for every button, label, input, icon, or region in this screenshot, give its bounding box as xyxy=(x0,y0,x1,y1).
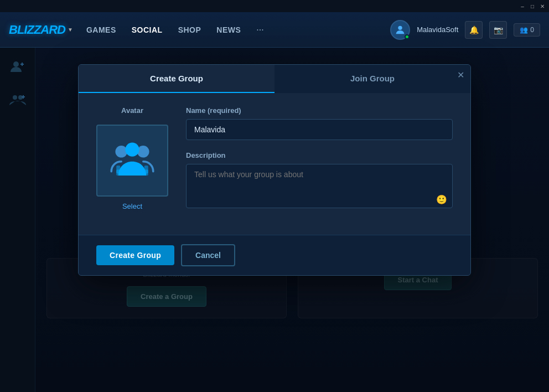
modal-tabs: Create Group Join Group xyxy=(79,65,470,93)
user-avatar-wrap[interactable] xyxy=(390,20,410,40)
avatar-label: Avatar xyxy=(121,106,143,115)
name-label: Name (required) xyxy=(186,106,453,115)
username-label[interactable]: MalavidaSoft xyxy=(417,25,458,34)
friends-icon: 👥 xyxy=(520,26,528,34)
minimize-button[interactable]: – xyxy=(518,2,527,11)
cancel-button[interactable]: Cancel xyxy=(181,244,235,266)
avatar-select-link[interactable]: Select xyxy=(122,202,142,210)
emoji-button[interactable]: 🙂 xyxy=(436,194,447,205)
description-field: Description 🙂 xyxy=(186,151,453,210)
svg-rect-12 xyxy=(116,166,120,176)
svg-rect-11 xyxy=(116,169,148,173)
svg-rect-13 xyxy=(144,166,148,176)
modal-body: Avatar xyxy=(79,93,470,235)
svg-point-10 xyxy=(125,143,139,157)
friends-button[interactable]: 👥 0 xyxy=(514,23,540,37)
camera-icon: 📷 xyxy=(494,25,503,34)
maximize-button[interactable]: □ xyxy=(528,2,537,11)
svg-point-8 xyxy=(115,146,127,158)
main-content: Blizzard friends. Create a Group Start a… xyxy=(0,48,549,392)
textarea-wrap: 🙂 xyxy=(186,164,453,210)
description-input[interactable] xyxy=(186,164,453,208)
notifications-button[interactable]: 🔔 xyxy=(465,21,483,39)
tab-create-group[interactable]: Create Group xyxy=(79,65,274,93)
logo[interactable]: BLIZZARD ▼ xyxy=(9,23,73,37)
logo-text: BLIZZARD xyxy=(9,23,65,37)
friends-count: 0 xyxy=(530,26,534,34)
modal-close-button[interactable]: ✕ xyxy=(455,69,466,80)
name-input[interactable] xyxy=(186,119,453,140)
online-status-indicator xyxy=(405,34,410,39)
nav-more-button[interactable]: ··· xyxy=(256,25,263,35)
nav-item-social[interactable]: SOCIAL xyxy=(132,25,163,34)
bell-icon: 🔔 xyxy=(469,25,479,34)
modal-footer: Create Group Cancel xyxy=(79,235,470,275)
window-close-button[interactable]: ✕ xyxy=(538,2,547,11)
create-group-modal: ✕ Create Group Join Group Avatar xyxy=(78,64,471,276)
form-fields: Name (required) Description 🙂 xyxy=(186,106,453,221)
name-field: Name (required) xyxy=(186,106,453,140)
modal-overlay: ✕ Create Group Join Group Avatar xyxy=(0,48,549,392)
description-label: Description xyxy=(186,151,453,159)
avatar-section: Avatar xyxy=(96,106,168,221)
title-bar: – □ ✕ xyxy=(0,0,549,12)
top-navigation: BLIZZARD ▼ GAMES SOCIAL SHOP NEWS ··· Ma… xyxy=(0,12,549,48)
avatar-preview xyxy=(96,125,168,197)
nav-item-shop[interactable]: SHOP xyxy=(178,25,201,34)
nav-item-news[interactable]: NEWS xyxy=(216,25,241,34)
nav-item-games[interactable]: GAMES xyxy=(86,25,116,34)
logo-dropdown-icon: ▼ xyxy=(68,27,73,33)
topnav-right: MalavidaSoft 🔔 📷 👥 0 xyxy=(390,20,540,40)
create-group-button[interactable]: Create Group xyxy=(96,245,174,265)
close-icon: ✕ xyxy=(457,70,464,80)
svg-point-0 xyxy=(398,25,402,29)
video-button[interactable]: 📷 xyxy=(489,21,507,39)
svg-point-9 xyxy=(137,146,149,158)
form-row: Avatar xyxy=(96,106,453,221)
nav-items: GAMES SOCIAL SHOP NEWS ··· xyxy=(86,25,390,35)
tab-join-group[interactable]: Join Group xyxy=(274,65,470,93)
